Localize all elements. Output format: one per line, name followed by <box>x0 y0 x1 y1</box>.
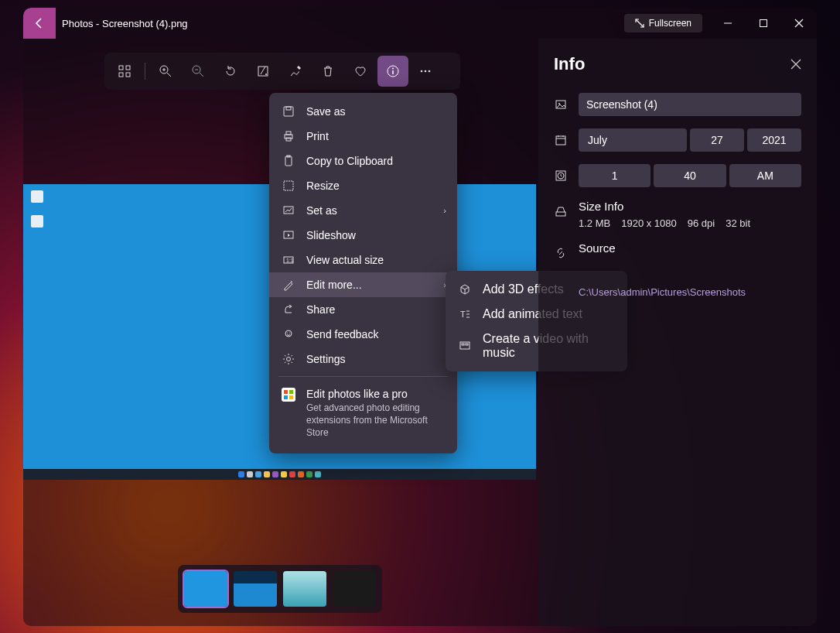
zoom-out-icon <box>191 64 205 78</box>
menu-edit-more[interactable]: Edit more... › <box>269 272 457 297</box>
menu-label: Save as <box>306 105 346 118</box>
info-close-button[interactable] <box>790 59 801 70</box>
svg-rect-4 <box>119 73 123 77</box>
svg-rect-22 <box>286 107 291 110</box>
thumbnail[interactable] <box>333 571 376 607</box>
time-minute[interactable]: 40 <box>654 164 726 187</box>
menu-settings[interactable]: Settings <box>269 347 457 371</box>
context-menu: Save as Print Copy to Clipboard Resize S… <box>269 93 457 453</box>
size-info-label: Size Info <box>579 200 750 213</box>
source-label: Source <box>579 241 616 255</box>
toolbar-separator <box>145 63 145 80</box>
dimensions-value: 1920 x 1080 <box>621 217 677 229</box>
source-block: Source <box>579 241 616 259</box>
share-icon <box>282 303 295 316</box>
favorite-button[interactable] <box>345 56 376 87</box>
collection-button[interactable] <box>109 56 140 87</box>
zoom-out-button[interactable] <box>183 56 213 87</box>
animated-text-icon: T <box>458 307 472 321</box>
svg-rect-5 <box>126 73 130 77</box>
svg-rect-37 <box>284 390 288 394</box>
thumbnail[interactable] <box>283 571 326 607</box>
info-icon <box>386 64 400 78</box>
chevron-right-icon: › <box>443 206 446 215</box>
menu-send-feedback[interactable]: Send feedback <box>269 322 457 347</box>
taskbar <box>23 469 536 480</box>
back-arrow-icon <box>33 17 46 29</box>
svg-point-36 <box>287 358 291 361</box>
menu-share[interactable]: Share <box>269 297 457 322</box>
minimize-button[interactable] <box>710 8 746 39</box>
svg-text:T: T <box>460 310 466 319</box>
image-toolbar <box>104 53 460 90</box>
crop-icon <box>256 64 270 78</box>
print-icon <box>282 129 295 143</box>
delete-icon <box>321 64 335 78</box>
thumbnail[interactable] <box>184 571 227 607</box>
menu-label: Copy to Clipboard <box>306 155 393 167</box>
close-button[interactable] <box>781 8 817 39</box>
crop-button[interactable] <box>248 56 278 87</box>
more-icon <box>418 64 432 78</box>
filename-input[interactable]: Screenshot (4) <box>579 93 801 116</box>
more-button[interactable] <box>410 56 441 87</box>
collection-icon <box>118 64 131 78</box>
date-day[interactable]: 27 <box>690 128 744 152</box>
svg-point-34 <box>287 332 288 333</box>
size-value: 1.2 MB <box>579 217 610 229</box>
svg-rect-28 <box>284 181 293 190</box>
tb-icon <box>281 471 287 477</box>
svg-rect-53 <box>556 212 565 216</box>
fullscreen-button[interactable]: Fullscreen <box>624 14 702 33</box>
dpi-value: 96 dpi <box>688 217 715 229</box>
svg-line-11 <box>200 73 203 77</box>
menu-save-as[interactable]: Save as <box>269 99 457 124</box>
tb-icon <box>289 471 295 477</box>
desktop-icon-generic <box>31 215 43 228</box>
svg-text:1:1: 1:1 <box>286 258 294 263</box>
svg-point-33 <box>285 330 292 337</box>
menu-actual-size[interactable]: 1:1 View actual size <box>269 248 457 272</box>
menu-copy-clipboard[interactable]: Copy to Clipboard <box>269 149 457 173</box>
date-month[interactable]: July <box>579 128 687 152</box>
tb-icon <box>255 471 261 477</box>
menu-slideshow[interactable]: Slideshow <box>269 223 457 248</box>
time-hour[interactable]: 1 <box>579 164 650 187</box>
tb-icon <box>272 471 278 477</box>
window-title: Photos - Screenshot (4).png <box>62 18 188 29</box>
svg-rect-47 <box>556 136 565 145</box>
tb-start-icon <box>238 471 244 477</box>
draw-button[interactable] <box>280 56 311 87</box>
svg-point-18 <box>421 70 423 73</box>
feedback-icon <box>282 327 295 341</box>
menu-label: Set as <box>306 204 337 217</box>
menu-label: Settings <box>306 353 346 365</box>
thumbnail[interactable] <box>234 571 277 607</box>
draw-icon <box>289 64 302 78</box>
edit-more-icon <box>282 278 295 292</box>
resize-icon <box>282 179 295 193</box>
zoom-in-button[interactable] <box>150 56 181 87</box>
menu-label: Share <box>306 303 335 316</box>
menu-resize[interactable]: Resize <box>269 173 457 198</box>
source-path[interactable]: C:\Users\admin\Pictures\Screenshots <box>579 286 801 298</box>
menu-print[interactable]: Print <box>269 124 457 149</box>
file-info-button[interactable] <box>377 56 408 87</box>
promo-subtitle: Get advanced photo editing extensions fr… <box>306 402 442 440</box>
menu-set-as[interactable]: Set as › <box>269 198 457 223</box>
video-music-icon <box>458 339 472 353</box>
back-button[interactable] <box>23 8 56 39</box>
delete-button[interactable] <box>312 56 343 87</box>
maximize-icon <box>759 19 768 28</box>
time-ampm[interactable]: AM <box>729 164 801 187</box>
rotate-button[interactable] <box>215 56 246 87</box>
fullscreen-label: Fullscreen <box>649 18 691 29</box>
calendar-icon <box>554 133 568 147</box>
svg-rect-39 <box>284 395 288 399</box>
close-icon <box>790 59 801 70</box>
maximize-button[interactable] <box>746 8 781 39</box>
svg-point-20 <box>429 70 431 73</box>
menu-promo[interactable]: Edit photos like a pro Get advanced phot… <box>269 382 457 447</box>
fullscreen-icon <box>635 19 644 28</box>
date-year[interactable]: 2021 <box>747 128 801 152</box>
